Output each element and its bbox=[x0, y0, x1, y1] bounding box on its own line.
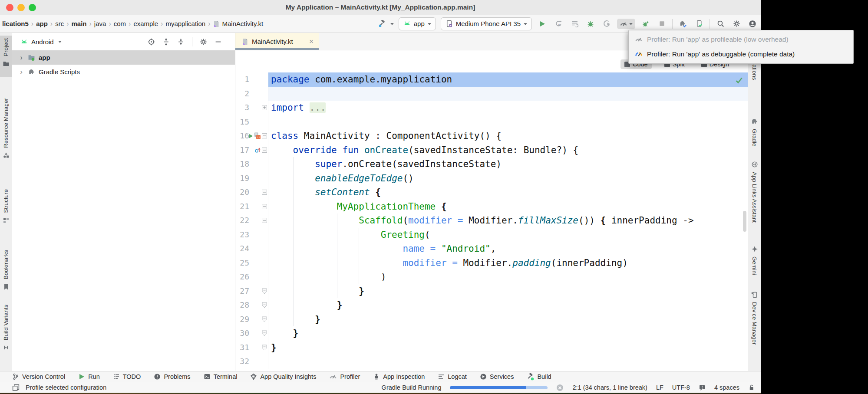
hide-panel-icon[interactable] bbox=[215, 38, 222, 46]
tool-window-button-logcat[interactable]: Logcat bbox=[438, 373, 467, 380]
fold-marker-minus[interactable] bbox=[262, 148, 267, 153]
code-line-3[interactable]: 3import ... bbox=[235, 101, 748, 115]
tool-window-button-version-control[interactable]: Version Control bbox=[12, 373, 65, 380]
fold-marker-end[interactable] bbox=[262, 316, 267, 322]
sidebar-item-gemini[interactable]: Gemini bbox=[748, 246, 761, 275]
chevron-right-icon[interactable]: › bbox=[18, 68, 24, 76]
sidebar-item-device-manager[interactable]: Device Manager bbox=[748, 291, 761, 345]
code-line-28[interactable]: 28 } bbox=[235, 298, 748, 312]
tree-item-app[interactable]: ›app bbox=[12, 50, 235, 65]
breadcrumb-item-example[interactable]: example bbox=[132, 20, 159, 27]
tree-item-gradle-scripts[interactable]: ›Gradle Scripts bbox=[12, 65, 235, 79]
tool-window-button-profiler[interactable]: Profiler bbox=[329, 373, 360, 381]
code-line-15[interactable]: 15 bbox=[235, 115, 748, 129]
debug-button[interactable] bbox=[585, 18, 596, 30]
fold-marker-minus[interactable] bbox=[262, 204, 267, 209]
tool-window-button-build[interactable]: Build bbox=[527, 373, 551, 381]
code-line-19[interactable]: 19 enableEdgeToEdge() bbox=[235, 171, 748, 186]
tool-window-button-todo[interactable]: TODO bbox=[113, 373, 141, 380]
build-menu-chevron-down-icon[interactable] bbox=[390, 23, 394, 27]
sidebar-item-resource-manager[interactable]: Resource Manager bbox=[0, 98, 12, 159]
run-with-coverage-button[interactable] bbox=[569, 18, 580, 30]
close-tab-icon[interactable]: × bbox=[309, 37, 314, 46]
sidebar-item-gradle[interactable]: Gradle bbox=[748, 118, 761, 147]
code-line-25[interactable]: 25 modifier = Modifier.padding(innerPadd… bbox=[235, 256, 748, 270]
code-line-21[interactable]: 21 MyApplicationTheme { bbox=[235, 200, 748, 214]
tool-window-button-terminal[interactable]: Terminal bbox=[204, 373, 238, 380]
code-line-30[interactable]: 30 } bbox=[235, 326, 748, 341]
code-line-27[interactable]: 27 } bbox=[235, 284, 748, 299]
device-manager-button[interactable] bbox=[693, 18, 705, 30]
code-line-16[interactable]: 16‹›class MainActivity : ComponentActivi… bbox=[235, 129, 748, 143]
settings-gear-icon[interactable] bbox=[731, 18, 742, 30]
fold-marker-minus[interactable] bbox=[262, 190, 267, 195]
breadcrumb-item-mainactivity-kt[interactable]: MainActivity.kt bbox=[211, 20, 264, 27]
editor-scrollbar[interactable] bbox=[743, 211, 746, 232]
sidebar-item-app-links-assistant[interactable]: App Links Assistant bbox=[748, 161, 761, 223]
zoom-window-button[interactable] bbox=[29, 4, 36, 11]
tool-window-button-app-inspection[interactable]: App Inspection bbox=[373, 373, 425, 380]
close-window-button[interactable] bbox=[6, 4, 13, 11]
sidebar-item-bookmarks[interactable]: Bookmarks bbox=[0, 250, 12, 290]
breadcrumb-item-app[interactable]: app bbox=[35, 20, 49, 27]
chevron-right-icon[interactable]: › bbox=[18, 53, 24, 62]
fold-marker-minus[interactable] bbox=[262, 218, 267, 223]
code-line-22[interactable]: 22 Scaffold(modifier = Modifier.fillMaxS… bbox=[235, 213, 748, 228]
tool-window-button-problems[interactable]: Problems bbox=[154, 373, 190, 380]
attach-debugger-button[interactable] bbox=[601, 18, 612, 30]
tab-mainactivity[interactable]: MainActivity.kt × bbox=[235, 33, 319, 50]
line-ending-widget[interactable]: LF bbox=[656, 384, 663, 391]
gradle-sync-button[interactable] bbox=[677, 18, 689, 30]
code-line-1[interactable]: 1package com.example.myapplication bbox=[235, 72, 748, 87]
stop-button[interactable] bbox=[656, 18, 667, 30]
project-view-selector[interactable]: Android bbox=[31, 38, 54, 46]
sidebar-item-project[interactable]: Project bbox=[0, 38, 12, 67]
code-line-26[interactable]: 26 ) bbox=[235, 270, 748, 284]
sidebar-item-build-variants[interactable]: Build Variants bbox=[0, 305, 12, 351]
code-line-17[interactable]: 17 override fun onCreate(savedInstanceSt… bbox=[235, 143, 748, 158]
fold-marker-end[interactable] bbox=[262, 330, 267, 336]
fold-marker-end[interactable] bbox=[262, 288, 267, 294]
tool-window-button-run[interactable]: Run bbox=[78, 373, 100, 380]
code-line-2[interactable]: 2 bbox=[235, 87, 748, 101]
tool-window-button-services[interactable]: Services bbox=[480, 373, 514, 380]
breadcrumb-item-com[interactable]: com bbox=[112, 20, 127, 27]
menu-item-profileable[interactable]: Profiler: Run 'app' as profileable (low … bbox=[629, 32, 853, 47]
indent-widget[interactable]: 4 spaces bbox=[714, 384, 739, 391]
sidebar-item-structure[interactable]: Structure bbox=[0, 189, 12, 224]
expand-all-icon[interactable] bbox=[162, 38, 170, 46]
breadcrumb-item-myapplication[interactable]: myapplication bbox=[164, 20, 207, 27]
code-line-23[interactable]: 23 Greeting( bbox=[235, 228, 748, 242]
fold-marker-end[interactable] bbox=[262, 345, 267, 351]
cancel-task-icon[interactable] bbox=[556, 384, 564, 391]
code-editor[interactable]: 1package com.example.myapplication23impo… bbox=[235, 50, 748, 369]
device-select[interactable]: Medium Phone API 35 bbox=[441, 17, 532, 30]
apply-changes-button[interactable]: A bbox=[553, 18, 564, 30]
code-line-29[interactable]: 29 } bbox=[235, 312, 748, 327]
retry-debug-button[interactable] bbox=[640, 18, 651, 30]
search-everywhere-icon[interactable] bbox=[715, 18, 726, 30]
breadcrumb-item-src[interactable]: src bbox=[54, 20, 65, 27]
collapse-all-icon[interactable] bbox=[177, 38, 185, 46]
breadcrumb-item-lication5[interactable]: lication5 bbox=[1, 20, 30, 27]
build-hammer-icon[interactable] bbox=[377, 18, 388, 30]
code-line-18[interactable]: 18 super.onCreate(savedInstanceState) bbox=[235, 157, 748, 171]
panel-options-gear-icon[interactable] bbox=[200, 38, 207, 46]
code-line-32[interactable]: 32 bbox=[235, 355, 748, 369]
tool-window-button-app-quality-insights[interactable]: App Quality Insights bbox=[250, 373, 316, 380]
notifications-icon[interactable] bbox=[699, 384, 706, 391]
chevron-down-icon[interactable] bbox=[58, 41, 62, 45]
account-avatar[interactable] bbox=[747, 18, 758, 30]
caret-position-widget[interactable]: 2:1 (34 chars, 1 line break) bbox=[572, 384, 647, 391]
menu-item-debuggable[interactable]: Profiler: Run 'app' as debuggable (compl… bbox=[629, 47, 853, 62]
minimize-window-button[interactable] bbox=[17, 4, 25, 11]
locate-file-icon[interactable] bbox=[148, 38, 155, 46]
fold-marker-plus[interactable] bbox=[262, 105, 267, 110]
run-configuration-select[interactable]: app bbox=[399, 17, 436, 30]
code-line-20[interactable]: 20 setContent { bbox=[235, 185, 748, 200]
breadcrumb-item-java[interactable]: java bbox=[93, 20, 108, 27]
code-line-31[interactable]: 31} bbox=[235, 341, 748, 355]
fold-marker-minus[interactable] bbox=[262, 133, 267, 138]
code-line-24[interactable]: 24 name = "Android", bbox=[235, 242, 748, 256]
run-button[interactable] bbox=[537, 18, 548, 30]
